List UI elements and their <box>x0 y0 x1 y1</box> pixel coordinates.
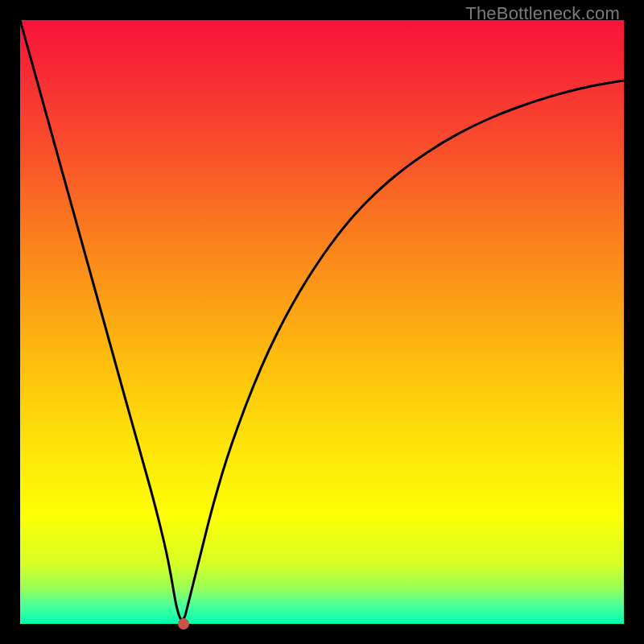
watermark-text: TheBottleneck.com <box>465 3 620 24</box>
chart-frame <box>20 20 624 624</box>
optimal-point-marker <box>178 618 189 630</box>
bottleneck-chart <box>20 20 624 624</box>
gradient-background <box>20 20 624 624</box>
